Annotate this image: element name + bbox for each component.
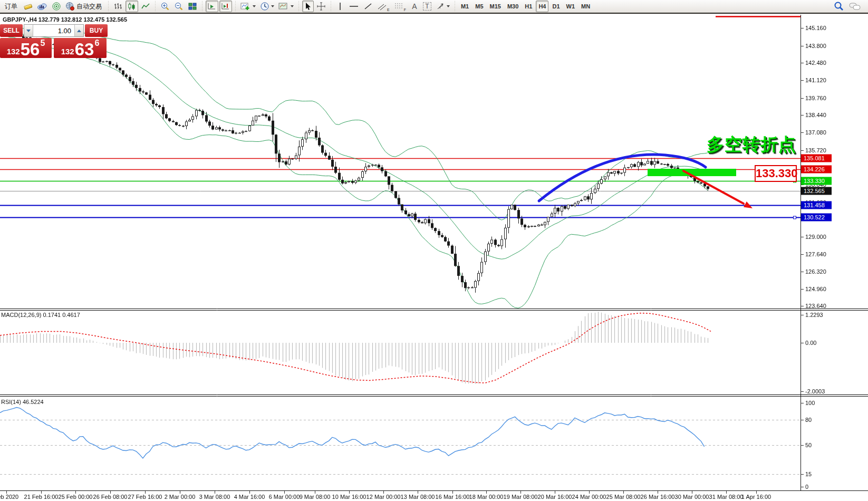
price-badge: 132.565 (801, 187, 832, 195)
chat-bubbles-icon (848, 1, 861, 12)
sell-button[interactable]: SELL (0, 24, 23, 37)
orders-button[interactable]: 订单 (2, 1, 21, 12)
signals-icon-button[interactable] (50, 1, 63, 12)
volume-decrease-button[interactable] (24, 25, 33, 36)
price-tick-label: 126.320 (805, 268, 826, 275)
buy-price[interactable]: 132 63 6 (54, 38, 107, 58)
buy-button[interactable]: BUY (85, 24, 108, 37)
vline-tool-button[interactable] (334, 1, 346, 12)
time-tick-label: 3 Mar 08:00 (199, 494, 230, 500)
channel-tool-button[interactable]: E (375, 1, 391, 12)
crosshair-tool-button[interactable] (315, 1, 327, 12)
trendline-icon (363, 2, 373, 11)
time-tick-label: 10 Mar 16:00 (332, 494, 367, 500)
dropdown-caret (253, 5, 256, 7)
zoom-in-icon (160, 2, 170, 11)
toolbar-grip[interactable] (330, 1, 332, 12)
horizontal-line-icon (349, 2, 359, 11)
sell-price[interactable]: 132 56 5 (0, 38, 52, 58)
trendline-tool-button[interactable] (362, 1, 374, 12)
annotation-cn-text[interactable]: 多空转折点 (707, 133, 796, 157)
price-badge: 135.081 (801, 155, 832, 162)
price-badge: 134.226 (801, 166, 832, 174)
autotrade-label: 自动交易 (75, 2, 103, 11)
timeframe-H1[interactable]: H1 (522, 1, 535, 12)
text-tool-button[interactable]: A (409, 1, 420, 12)
annotation-price-tag[interactable]: 133.330 (755, 165, 797, 182)
time-tick-label: 6 Mar 00:00 (269, 494, 300, 500)
search-button[interactable] (832, 1, 846, 12)
price-tick-label: 127.640 (805, 251, 826, 257)
text-tool-glyph: A (412, 2, 417, 11)
timeframe-W1[interactable]: W1 (564, 1, 578, 12)
dropdown-caret (447, 5, 450, 7)
dropdown-caret (291, 5, 294, 7)
toolbar-grip[interactable] (201, 1, 204, 12)
time-tick-label: Feb 2020 (0, 494, 18, 500)
timeframe-M15[interactable]: M15 (487, 1, 504, 12)
autotrade-button[interactable]: 自动交易 (64, 1, 105, 12)
timeframe-MN[interactable]: MN (578, 1, 593, 12)
timeframe-H4[interactable]: H4 (536, 1, 548, 12)
volume-increase-button[interactable] (74, 25, 83, 36)
macd-tick-label: 0.00 (805, 340, 816, 346)
time-tick-label: 25 Feb 00:00 (59, 494, 93, 500)
candle-chart-button[interactable] (126, 1, 138, 12)
hline-tool-button[interactable] (347, 1, 361, 12)
ohlc-bars-icon (113, 2, 123, 11)
channel-sub-label: E (387, 8, 390, 12)
toolbar-grip[interactable] (297, 1, 300, 12)
toolbar-grip[interactable] (154, 1, 157, 12)
macd-indicator-label: MACD(12,26,9) 0.1741 0.4617 (1, 312, 80, 318)
cloud-chart-icon[interactable] (35, 1, 49, 12)
arrows-tool-button[interactable] (434, 1, 451, 12)
new-order-icon[interactable] (22, 1, 34, 12)
fibonacci-icon (394, 2, 403, 11)
templates-button[interactable] (277, 1, 295, 12)
chart-shift-icon (221, 2, 230, 11)
time-tick-label: 31 Mar 08:00 (709, 494, 744, 500)
channel-icon (377, 2, 387, 11)
timeframe-M5[interactable]: M5 (472, 1, 486, 12)
cursor-icon (304, 2, 312, 11)
rsi-tick-label: 15 (805, 471, 812, 477)
price-badge: 131.458 (801, 201, 832, 209)
rsi-tick-label: 80 (805, 417, 812, 423)
line-chart-button[interactable] (139, 1, 152, 12)
periods-button[interactable] (258, 1, 276, 12)
orders-label: 订单 (3, 2, 19, 11)
fibonacci-tool-button[interactable]: F (392, 1, 408, 12)
sell-price-pip: 5 (40, 38, 45, 48)
label-tool-button[interactable]: T (421, 1, 433, 12)
price-tick-label: 138.440 (805, 112, 826, 118)
triangle-down-icon (26, 30, 31, 32)
timeframe-M1[interactable]: M1 (458, 1, 471, 12)
toolbar-grip[interactable] (107, 1, 110, 12)
triangle-up-icon (77, 30, 81, 32)
chat-button[interactable] (847, 1, 863, 12)
chart-shift-button[interactable] (219, 1, 232, 12)
timeframe-D1[interactable]: D1 (549, 1, 562, 12)
rsi-tick-label: 100 (805, 400, 815, 406)
zoom-in-button[interactable] (159, 1, 171, 12)
zoom-out-button[interactable] (172, 1, 185, 12)
price-badge: 133.330 (801, 177, 832, 185)
timeframe-M30[interactable]: M30 (505, 1, 521, 12)
tile-windows-button[interactable] (186, 1, 199, 12)
auto-scroll-button[interactable] (206, 1, 218, 12)
time-tick-label: 13 Mar 08:00 (401, 494, 435, 500)
bar-chart-button[interactable] (112, 1, 124, 12)
toolbar-grip[interactable] (234, 1, 237, 12)
chart-canvas[interactable] (0, 0, 868, 501)
toolbar-grip[interactable] (454, 1, 456, 12)
time-tick-label: 12 Mar 00:00 (367, 494, 401, 500)
volume-input[interactable] (33, 25, 74, 36)
timeframe-group: M1M5M15M30H1H4D1W1MN (458, 1, 593, 12)
sell-price-base: 132 (7, 47, 20, 56)
cursor-tool-button[interactable] (302, 1, 314, 12)
volume-stepper (24, 24, 84, 37)
price-tick-label: 129.000 (805, 234, 826, 240)
time-tick-label: 26 Feb 08:00 (93, 494, 128, 500)
one-click-trade-panel: SELL BUY 132 56 5 132 63 6 (0, 24, 108, 58)
indicators-button[interactable] (239, 1, 257, 12)
